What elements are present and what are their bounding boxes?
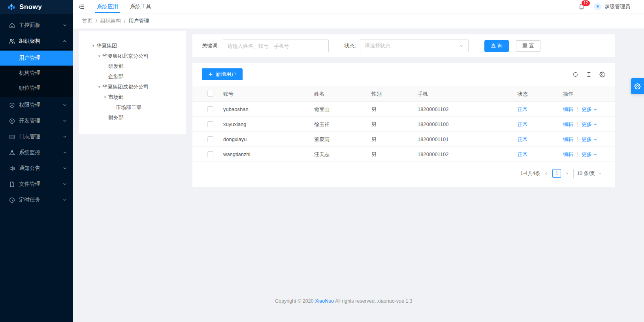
chevron-down-icon — [593, 137, 597, 141]
pagination: 1-4共4条 1 10 条/页 — [192, 169, 615, 178]
user-table: 账号 姓名 性别 手机 状态 操作 yubaoshan 俞宝山 男 — [192, 86, 615, 162]
row-checkbox[interactable] — [207, 151, 213, 157]
tree-node-huaxia-group[interactable]: ▾ 华夏集团 — [85, 41, 180, 51]
tree-node-finance-dept[interactable]: 财务部 — [85, 113, 180, 123]
cell-gender: 男 — [371, 106, 418, 113]
cell-name: 徐玉祥 — [314, 121, 371, 128]
cell-gender: 男 — [371, 136, 418, 143]
pagination-total: 1-4共4条 — [520, 170, 540, 177]
chevron-down-icon — [62, 119, 67, 123]
column-height-icon[interactable] — [586, 72, 592, 77]
more-dropdown[interactable]: 更多 — [582, 121, 597, 128]
status-select[interactable]: 请选择状态 — [360, 40, 469, 52]
table-tools — [572, 72, 605, 77]
sidebar-item-development[interactable]: 开发管理 — [0, 113, 73, 129]
tree-node-beijing-branch[interactable]: ▾ 华夏集团北京分公司 — [85, 51, 180, 61]
sidebar-item-logs[interactable]: 日志管理 — [0, 129, 73, 145]
search-button[interactable]: 查 询 — [484, 40, 509, 52]
tree-node-planning-dept[interactable]: 企划部 — [85, 72, 180, 82]
sidebar-item-scheduled-tasks[interactable]: 定时任务 — [0, 192, 73, 208]
edit-link[interactable]: 编辑 — [563, 106, 573, 113]
column-header-status: 状态 — [518, 90, 563, 98]
more-dropdown[interactable]: 更多 — [582, 136, 597, 143]
cell-account: yubaoshan — [223, 106, 314, 112]
table-row: yubaoshan 俞宝山 男 18200001102 正常 编辑 更多 — [192, 102, 615, 117]
cell-phone: 18200001102 — [418, 106, 518, 112]
theme-settings-button[interactable] — [631, 78, 644, 94]
org-tree-panel: ▾ 华夏集团 ▾ 华夏集团北京分公司 研发部 企划部 ▾ 华夏集团成都分 — [79, 31, 186, 134]
user-menu[interactable]: ❄ 超级管理员 — [594, 3, 630, 10]
status-badge[interactable]: 正常 — [518, 106, 528, 112]
tab-system-apps[interactable]: 系统应用 — [91, 0, 124, 13]
monitor-icon — [9, 149, 15, 156]
sidebar-item-organization[interactable]: 组织架构 — [0, 33, 73, 49]
caret-down-icon[interactable]: ▾ — [96, 85, 102, 89]
column-header-gender: 性别 — [371, 90, 418, 98]
tab-system-tools[interactable]: 系统工具 — [124, 0, 157, 13]
more-dropdown[interactable]: 更多 — [582, 106, 597, 113]
sidebar-item-monitoring[interactable]: 系统监控 — [0, 145, 73, 160]
app-root: Snowy 主控面板 组织架构 用户管理 — [0, 0, 644, 322]
tree-node-chengdu-branch[interactable]: ▾ 华夏集团成都分公司 — [85, 82, 180, 92]
column-header-account: 账号 — [223, 90, 314, 98]
edit-link[interactable]: 编辑 — [563, 121, 573, 128]
sidebar-item-files[interactable]: 文件管理 — [0, 176, 73, 192]
table-row: xuyuxiang 徐玉祥 男 18200001100 正常 编辑 更多 — [192, 117, 615, 132]
row-checkbox[interactable] — [207, 121, 213, 127]
chevron-down-icon — [593, 153, 597, 156]
user-table-card: 新增用户 — [192, 63, 615, 187]
cell-gender: 男 — [371, 151, 418, 158]
status-badge[interactable]: 正常 — [518, 136, 528, 142]
app-logo: Snowy — [0, 0, 73, 14]
status-badge[interactable]: 正常 — [518, 151, 528, 157]
prev-page-button[interactable] — [544, 171, 548, 176]
plus-icon — [208, 72, 213, 77]
table-row: wangtianzhi 汪天志 男 18200001102 正常 编辑 更多 — [192, 147, 615, 162]
reset-button[interactable]: 重 置 — [516, 40, 540, 52]
more-dropdown[interactable]: 更多 — [582, 151, 597, 158]
select-all-checkbox[interactable] — [207, 91, 213, 97]
keyword-input[interactable] — [223, 40, 329, 52]
breadcrumb-home[interactable]: 首页 — [82, 17, 92, 24]
refresh-icon[interactable] — [572, 72, 578, 77]
menu-fold-icon[interactable] — [78, 4, 85, 10]
next-page-button[interactable] — [565, 171, 569, 176]
chevron-left-icon — [544, 171, 548, 176]
sidebar-item-position-management[interactable]: 职位管理 — [0, 81, 73, 96]
chevron-up-icon — [62, 39, 67, 43]
page-size-select[interactable]: 10 条/页 — [573, 169, 605, 178]
caret-down-icon[interactable]: ▾ — [96, 54, 102, 58]
tree-node-marketing-dept[interactable]: ▾ 市场部 — [85, 92, 180, 102]
chevron-right-icon — [565, 171, 569, 176]
tree-node-rd-dept[interactable]: 研发部 — [85, 61, 180, 72]
sidebar-item-dashboard[interactable]: 主控面板 — [0, 17, 73, 33]
cell-account: wangtianzhi — [223, 151, 314, 157]
megaphone-icon — [9, 165, 15, 171]
sidebar-item-notices[interactable]: 通知公告 — [0, 160, 73, 176]
add-user-button[interactable]: 新增用户 — [202, 68, 243, 80]
footer-brand-link[interactable]: XiaoNuo — [315, 298, 334, 304]
cell-name: 董夏雨 — [314, 136, 371, 143]
caret-down-icon[interactable]: ▾ — [90, 44, 96, 48]
edit-link[interactable]: 编辑 — [563, 151, 573, 158]
column-header-actions: 操作 — [563, 90, 605, 98]
tree-node-marketing-dept-2[interactable]: 市场部二部 — [85, 102, 180, 113]
status-label: 状态: — [345, 42, 356, 49]
status-badge[interactable]: 正常 — [518, 121, 528, 127]
breadcrumb-current: 用户管理 — [128, 17, 149, 24]
notification-button[interactable]: 12 — [578, 4, 585, 10]
page-number-button[interactable]: 1 — [552, 169, 561, 178]
row-checkbox[interactable] — [207, 106, 213, 112]
edit-link[interactable]: 编辑 — [563, 136, 573, 143]
sidebar-item-user-management[interactable]: 用户管理 — [0, 51, 73, 66]
caret-down-icon[interactable]: ▾ — [102, 95, 108, 99]
sidebar-item-permission[interactable]: 权限管理 — [0, 97, 73, 113]
cell-gender: 男 — [371, 121, 418, 128]
action-divider — [577, 122, 578, 127]
chevron-down-icon — [62, 23, 67, 28]
settings-icon[interactable] — [599, 72, 605, 77]
row-checkbox[interactable] — [207, 136, 213, 142]
cell-account: xuyuxiang — [223, 121, 314, 127]
sidebar-item-org-management[interactable]: 机构管理 — [0, 66, 73, 81]
breadcrumb-organization[interactable]: 组织架构 — [100, 17, 121, 24]
